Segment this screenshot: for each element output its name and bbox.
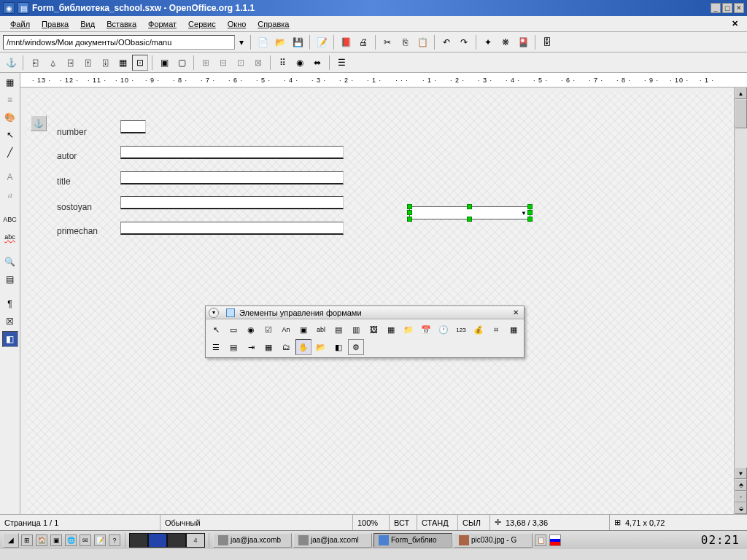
checkbox-control-icon[interactable]: ☑ (260, 322, 276, 338)
anchor-marker-icon[interactable]: ⚓ (31, 115, 47, 131)
gallery-icon[interactable]: 🎴 (515, 34, 531, 50)
spellcheck-icon[interactable]: ABC (2, 211, 18, 228)
find-icon[interactable]: 🔍 (2, 254, 18, 270)
color-icon[interactable]: 🎨 (2, 109, 18, 125)
collapse-icon[interactable]: ▾ (209, 308, 219, 318)
scroll-down-icon[interactable]: ▼ (735, 467, 747, 479)
properties-icon[interactable]: ☰ (333, 55, 349, 71)
navigator-tool-icon[interactable]: 🗂 (278, 339, 294, 355)
add-field-icon[interactable]: ▦ (260, 339, 276, 355)
input-autor[interactable] (120, 146, 344, 159)
wizard-toggle-icon[interactable]: ⚙ (348, 339, 364, 355)
cut-icon[interactable]: ✂ (379, 34, 395, 50)
label-autor[interactable]: autor (57, 151, 77, 161)
scroll-thumb[interactable] (735, 99, 747, 128)
redo-icon[interactable]: ↷ (456, 34, 472, 50)
grid-icon[interactable]: ▦ (115, 55, 131, 71)
resize-handle-nw[interactable] (407, 204, 412, 209)
pager-3[interactable] (167, 533, 186, 548)
menu-insert[interactable]: Вставка (101, 18, 142, 30)
align-top-icon[interactable]: ⍐ (80, 55, 96, 71)
currency-control-icon[interactable]: 💰 (471, 322, 487, 338)
menu-help[interactable]: Справка (252, 18, 295, 30)
selected-combobox[interactable]: ▼ (409, 206, 530, 219)
combobox-control-icon[interactable]: ▥ (348, 322, 364, 338)
select-icon[interactable]: ↖ (2, 127, 18, 143)
task-terminal-2[interactable]: jaa@jaa.xcoml (293, 533, 372, 548)
pager-2[interactable] (148, 533, 167, 548)
horizontal-ruler[interactable]: · 13 ·· 12 ·· 11 ·· 10 ·· 9 ·· 8 ·· 7 ··… (20, 73, 747, 88)
tray-browser-icon[interactable]: 🌐 (65, 534, 77, 546)
print-icon[interactable]: 🖨 (355, 34, 371, 50)
align-center-icon[interactable]: ⍙ (44, 55, 61, 71)
resize-handle-ne[interactable] (527, 204, 533, 209)
numeric-control-icon[interactable]: 123 (453, 322, 469, 338)
snap-icon[interactable]: ⊡ (132, 55, 148, 71)
position-icon[interactable]: ◉ (292, 55, 308, 71)
export-pdf-icon[interactable]: 📕 (338, 34, 354, 50)
input-sostoyan[interactable] (120, 196, 344, 209)
input-number[interactable] (120, 120, 146, 133)
resize-handle-w[interactable] (407, 210, 412, 215)
status-sel[interactable]: СЫЛ (458, 515, 490, 530)
new-doc-icon[interactable]: 📄 (255, 34, 271, 50)
datasource-icon[interactable]: ▤ (2, 271, 18, 287)
float-toolbar-title[interactable]: ▾ Элементы управления формами ✕ (206, 306, 524, 319)
pager-1[interactable] (129, 533, 148, 548)
task-image-viewer[interactable]: pic030.jpg - G (454, 533, 533, 548)
form-controls-toolbar[interactable]: ▾ Элементы управления формами ✕ ↖ ▭ ◉ ☑ … (205, 306, 525, 358)
tray-desktop-icon[interactable]: ⊞ (21, 534, 33, 546)
tray-mail-icon[interactable]: ✉ (80, 534, 91, 546)
tray-keyboard-layout-icon[interactable] (549, 534, 561, 546)
path-dropdown-icon[interactable]: ▾ (236, 34, 247, 50)
float-close-icon[interactable]: ✕ (511, 308, 521, 318)
image-control-icon[interactable]: ▦ (383, 322, 399, 338)
navigator-icon[interactable]: ✦ (480, 34, 496, 50)
input-primechan[interactable] (120, 222, 344, 235)
time-control-icon[interactable]: 🕐 (436, 322, 452, 338)
autospell-icon[interactable]: abc (2, 229, 18, 245)
pager-4[interactable]: 4 (186, 533, 205, 548)
tray-home-icon[interactable]: 🏠 (36, 534, 47, 546)
start-button[interactable]: ◢ (3, 533, 19, 548)
vertical-scrollbar[interactable]: ▲ ▼ ⬘ ◦ ⬙ (734, 88, 747, 514)
datasources-icon[interactable]: 🗄 (539, 34, 555, 50)
minimize-button[interactable]: _ (711, 3, 721, 13)
tray-help-icon[interactable]: ? (109, 534, 120, 546)
scroll-up-icon[interactable]: ▲ (735, 88, 747, 99)
menu-file[interactable]: Файл (4, 18, 36, 30)
open-design-icon[interactable]: 📂 (313, 339, 329, 355)
label-sostoyan[interactable]: sostoyan (57, 202, 92, 212)
resize-handle-se[interactable] (527, 217, 533, 222)
status-zoom[interactable]: 100% (353, 515, 390, 530)
copy-icon[interactable]: ⎘ (397, 34, 413, 50)
form-props-icon[interactable]: ▤ (225, 339, 241, 355)
next-page-icon[interactable]: ⬙ (735, 502, 747, 514)
image-button-icon[interactable]: 🖼 (365, 322, 382, 338)
open-icon[interactable]: 📂 (272, 34, 288, 50)
edit-doc-icon[interactable]: 📝 (314, 34, 330, 50)
pointer-tool-icon[interactable]: ↖ (208, 322, 224, 338)
desktop-pager[interactable]: 4 (129, 533, 205, 548)
menu-view[interactable]: Вид (74, 18, 101, 30)
task-openoffice[interactable]: Form_библио (374, 533, 452, 548)
textbox-control-icon[interactable]: abl (313, 322, 329, 338)
align-left-icon[interactable]: ⍇ (27, 55, 43, 71)
status-std[interactable]: СТАНД (417, 515, 458, 530)
status-style[interactable]: Обычный (160, 515, 353, 530)
menu-window[interactable]: Окно (222, 18, 252, 30)
tab-order-icon[interactable]: ⇥ (243, 339, 259, 355)
anchor-icon[interactable]: ⚓ (3, 55, 19, 71)
label-control-icon[interactable]: An (278, 322, 294, 338)
design-mode-icon[interactable]: ✋ (295, 339, 311, 355)
align-right-icon[interactable]: ⍈ (62, 55, 78, 71)
file-control-icon[interactable]: 📁 (400, 322, 417, 338)
resize-handle-s[interactable] (467, 217, 472, 222)
label-number[interactable]: number (57, 127, 87, 137)
table-icon[interactable]: ▦ (2, 74, 18, 90)
menu-edit[interactable]: Правка (36, 18, 74, 30)
date-control-icon[interactable]: 📅 (418, 322, 434, 338)
listbox-control-icon[interactable]: ▤ (330, 322, 347, 338)
input-title[interactable] (120, 171, 344, 184)
task-terminal-1[interactable]: jaa@jaa.xcomb (213, 533, 292, 548)
